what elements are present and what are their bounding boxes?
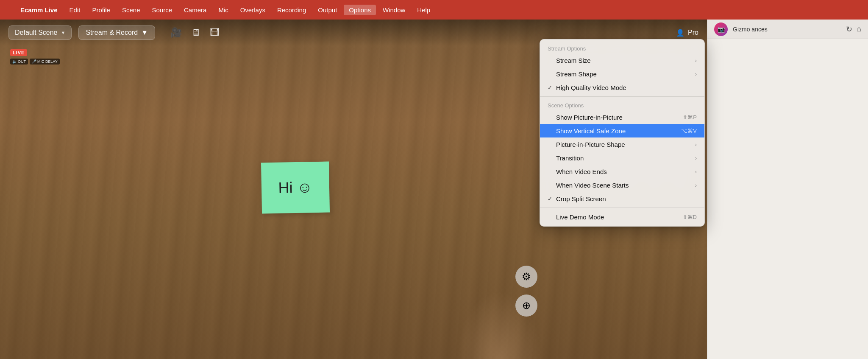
scene-label: Default Scene: [15, 29, 58, 36]
main-area: Default Scene ▼ Stream & Record ▼ 🎥 🖥 🎞 …: [0, 20, 868, 359]
instagram-icon: 📷: [718, 26, 725, 33]
menu-item-when-video-ends[interactable]: When Video Ends ›: [540, 165, 704, 178]
menu-camera[interactable]: Camera: [179, 5, 211, 15]
sidebar: 📷 Gizmo ances ↻ ⌂: [707, 20, 868, 359]
menu-item-stream-shape[interactable]: Stream Shape ›: [540, 67, 704, 81]
transition-label: Transition: [556, 154, 695, 162]
transition-arrow: ›: [695, 155, 697, 161]
menu-bar: Ecamm Live Edit Profile Scene Source Cam…: [0, 0, 868, 20]
high-quality-label: High Quality Video Mode: [556, 84, 697, 91]
bottom-icons: ⚙ ⊕: [515, 266, 537, 317]
menu-output[interactable]: Output: [313, 5, 342, 15]
stream-record-arrow: ▼: [141, 29, 148, 36]
audio-mic-chip: 🎤 MIC DELAY: [30, 59, 60, 65]
menu-item-crop-split[interactable]: ✓ Crop Split Screen: [540, 192, 704, 205]
live-demo-shortcut: ⇧⌘D: [683, 214, 697, 220]
pip-shape-check: [548, 141, 556, 148]
menu-item-transition[interactable]: Transition ›: [540, 151, 704, 165]
live-badge: LIVE: [10, 49, 27, 56]
scene-options-header: Scene Options: [540, 99, 704, 110]
stream-record-label: Stream & Record: [86, 29, 138, 36]
pro-label: Pro: [688, 29, 698, 36]
divider-1: [540, 96, 704, 97]
stream-size-arrow: ›: [695, 57, 697, 64]
dropdown-menu: Stream Options Stream Size › Stream Shap…: [540, 39, 705, 227]
camera-icon[interactable]: 🎥: [167, 25, 185, 40]
stream-shape-label: Stream Shape: [556, 70, 695, 78]
menu-edit[interactable]: Edit: [64, 5, 86, 15]
vertical-safe-check: [548, 128, 556, 134]
scene-dropdown-arrow: ▼: [61, 30, 66, 35]
menu-item-when-scene-starts[interactable]: When Video Scene Starts ›: [540, 178, 704, 192]
high-quality-check: ✓: [548, 84, 556, 91]
menu-help[interactable]: Help: [412, 5, 435, 15]
menu-profile[interactable]: Profile: [87, 5, 115, 15]
divider-2: [540, 208, 704, 208]
home-icon[interactable]: ⌂: [857, 25, 861, 34]
audio-indicators: 🔈 OUT 🎤 MIC DELAY: [10, 59, 60, 65]
apple-menu[interactable]: [5, 8, 14, 11]
stream-size-check: [548, 57, 556, 64]
live-overlay: LIVE 🔈 OUT 🎤 MIC DELAY: [10, 48, 60, 65]
gear-icon[interactable]: ⚙: [515, 266, 537, 288]
audio-out-chip: 🔈 OUT: [10, 59, 28, 65]
stream-record-button[interactable]: Stream & Record ▼: [78, 25, 155, 40]
menu-item-stream-size[interactable]: Stream Size ›: [540, 53, 704, 67]
menu-item-pip-shape[interactable]: Picture-in-Picture Shape ›: [540, 137, 704, 151]
pip-label: Show Picture-in-Picture: [556, 114, 683, 121]
crop-split-label: Crop Split Screen: [556, 195, 697, 202]
scene-dropdown[interactable]: Default Scene ▼: [8, 25, 72, 40]
toolbar-icons: 🎥 🖥 🎞: [167, 25, 223, 40]
menu-recording[interactable]: Recording: [272, 5, 311, 15]
audio-mic-label: MIC DELAY: [37, 59, 58, 64]
when-scene-starts-arrow: ›: [695, 182, 697, 188]
menu-item-pip[interactable]: Show Picture-in-Picture ⇧⌘P: [540, 110, 704, 124]
pro-badge: 👤 Pro: [676, 29, 698, 37]
stream-shape-check: [548, 71, 556, 77]
sidebar-subtitle: ances: [751, 26, 767, 33]
menu-options[interactable]: Options: [344, 5, 376, 15]
pip-shape-label: Picture-in-Picture Shape: [556, 141, 695, 148]
menu-item-vertical-safe[interactable]: Show Vertical Safe Zone ⌥⌘V: [540, 124, 704, 137]
when-scene-starts-label: When Video Scene Starts: [556, 182, 695, 189]
postit-text: Hi ☺: [278, 178, 312, 196]
when-scene-starts-check: [548, 182, 556, 188]
stream-size-label: Stream Size: [556, 57, 695, 64]
when-video-ends-arrow: ›: [695, 168, 697, 175]
platform-icon: 📷: [714, 22, 728, 36]
menu-overlays[interactable]: Overlays: [235, 5, 270, 15]
sidebar-title-text: Gizmo: [733, 26, 750, 33]
stream-shape-arrow: ›: [695, 71, 697, 77]
stream-options-header: Stream Options: [540, 42, 704, 53]
vertical-safe-label: Show Vertical Safe Zone: [556, 127, 681, 135]
audio-out-label: OUT: [18, 59, 26, 64]
pip-shortcut: ⇧⌘P: [683, 114, 697, 121]
refresh-icon[interactable]: ↻: [846, 25, 852, 34]
menu-window[interactable]: Window: [378, 5, 410, 15]
sidebar-title: Gizmo ances: [733, 26, 768, 33]
menu-source[interactable]: Source: [147, 5, 177, 15]
live-demo-label: Live Demo Mode: [556, 213, 683, 221]
menu-item-high-quality[interactable]: ✓ High Quality Video Mode: [540, 81, 704, 94]
person-icon: 👤: [676, 29, 684, 37]
menu-mic[interactable]: Mic: [213, 5, 233, 15]
transition-check: [548, 155, 556, 161]
sidebar-actions: ↻ ⌂: [846, 25, 861, 34]
compass-icon[interactable]: ⊕: [515, 294, 537, 317]
pip-shape-arrow: ›: [695, 141, 697, 148]
app-name[interactable]: Ecamm Live: [15, 5, 63, 15]
menu-scene[interactable]: Scene: [117, 5, 145, 15]
film-icon[interactable]: 🎞: [206, 25, 223, 40]
when-video-ends-label: When Video Ends: [556, 168, 695, 175]
vertical-safe-shortcut: ⌥⌘V: [681, 128, 697, 134]
sidebar-top-bar: 📷 Gizmo ances ↻ ⌂: [707, 20, 868, 39]
postit-note: Hi ☺: [261, 162, 330, 214]
monitor-icon[interactable]: 🖥: [188, 25, 204, 40]
menu-item-live-demo[interactable]: Live Demo Mode ⇧⌘D: [540, 210, 704, 224]
crop-split-check: ✓: [548, 196, 556, 202]
pip-check: [548, 114, 556, 121]
when-video-ends-check: [548, 168, 556, 175]
live-demo-check: [548, 214, 556, 220]
